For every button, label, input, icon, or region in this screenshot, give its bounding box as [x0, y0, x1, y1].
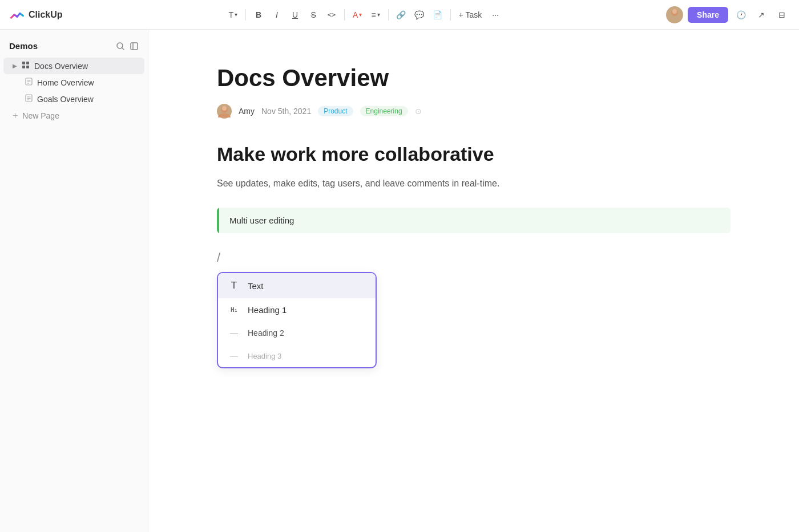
toolbar-formatting: T ▾ B I U S <> A ▾ ≡ ▾ 🔗 💬 📄 + Task ··· [225, 7, 503, 23]
main-layout: Demos ▶ [0, 30, 799, 532]
avatar [666, 6, 683, 23]
tag-engineering[interactable]: Engineering [360, 106, 408, 116]
doc-icon [25, 94, 33, 104]
svg-rect-10 [26, 66, 29, 68]
doc-icon [25, 78, 33, 87]
new-page-button[interactable]: + New Page [3, 107, 144, 124]
dropdown-item-heading2[interactable]: — Heading 2 [218, 322, 376, 344]
document-meta: Amy Nov 5th, 2021 Product Engineering ⊙ [217, 104, 731, 119]
slash-command[interactable]: / [217, 250, 731, 265]
strikethrough-button[interactable]: S [305, 7, 321, 23]
document-heading: Make work more collaborative [217, 141, 731, 166]
add-task-button[interactable]: + Task [455, 7, 486, 23]
sidebar-title: Demos [9, 41, 38, 51]
svg-rect-9 [22, 66, 25, 68]
layout-button[interactable]: ⊟ [774, 7, 790, 23]
heading3-icon: — [228, 351, 240, 360]
svg-point-20 [222, 106, 227, 111]
search-button[interactable] [116, 42, 125, 51]
new-page-label: New Page [22, 111, 59, 120]
author-avatar [217, 104, 232, 119]
collapse-sidebar-button[interactable] [130, 42, 139, 51]
svg-rect-5 [131, 43, 138, 50]
author-name: Amy [239, 107, 255, 116]
dropdown-item-label-text: Text [248, 281, 365, 291]
toolbar-logo-area: ClickUp [9, 7, 63, 23]
search-icon [116, 42, 125, 51]
content-area: Docs Overview Amy Nov 5th, 2021 Product … [148, 30, 799, 532]
text-format-button[interactable]: T ▾ [225, 7, 241, 23]
align-button[interactable]: ≡ ▾ [368, 7, 383, 23]
clickup-logo-icon [9, 7, 25, 23]
svg-rect-7 [22, 62, 25, 64]
divider [245, 9, 246, 21]
tag-settings-icon: ⊙ [415, 107, 422, 116]
link-button[interactable]: 🔗 [393, 7, 409, 23]
plus-icon: + [13, 111, 18, 121]
logo-text: ClickUp [29, 10, 63, 20]
share-button[interactable]: Share [688, 7, 728, 23]
logo: ClickUp [9, 7, 63, 23]
block-type-dropdown: T Text H₁ Heading 1 — Heading 2 — Headin… [217, 272, 377, 368]
avatar-image [666, 6, 683, 23]
svg-point-2 [672, 9, 677, 14]
divider [344, 9, 345, 21]
svg-rect-8 [26, 62, 29, 64]
font-color-button[interactable]: A ▾ [349, 7, 365, 23]
sidebar-item-home-overview[interactable]: Home Overview [3, 74, 144, 91]
sidebar-toggle-icon [130, 42, 139, 51]
toolbar-actions: Share 🕐 ↗ ⊟ [666, 6, 790, 23]
doc-button[interactable]: 📄 [430, 7, 446, 23]
dropdown-item-label-heading1: Heading 1 [248, 305, 365, 315]
history-button[interactable]: 🕐 [733, 7, 749, 23]
dropdown-item-heading1[interactable]: H₁ Heading 1 [218, 298, 376, 322]
sidebar-item-label: Home Overview [37, 78, 135, 87]
dropdown-item-label-heading2: Heading 2 [248, 328, 365, 338]
dropdown-item-heading3[interactable]: — Heading 3 [218, 344, 376, 367]
comment-button[interactable]: 💬 [411, 7, 427, 23]
sidebar: Demos ▶ [0, 30, 148, 532]
bold-button[interactable]: B [251, 7, 267, 23]
underline-button[interactable]: U [287, 7, 303, 23]
divider [388, 9, 389, 21]
italic-button[interactable]: I [269, 7, 285, 23]
sidebar-item-goals-overview[interactable]: Goals Overview [3, 91, 144, 107]
heading1-icon: H₁ [228, 306, 240, 314]
sidebar-header: Demos [0, 36, 148, 58]
tag-product[interactable]: Product [318, 106, 353, 116]
divider [450, 9, 451, 21]
sidebar-item-docs-overview[interactable]: ▶ Docs Overview [3, 58, 144, 74]
document-subtitle: See updates, make edits, tag users, and … [217, 176, 731, 191]
sidebar-icon-group [116, 42, 139, 51]
svg-line-4 [122, 48, 124, 50]
document-title: Docs Overview [217, 64, 731, 92]
sidebar-item-label: Docs Overview [34, 62, 135, 71]
text-type-icon: T [228, 280, 240, 291]
document-date: Nov 5th, 2021 [261, 107, 311, 116]
export-button[interactable]: ↗ [753, 7, 769, 23]
more-button[interactable]: ··· [487, 7, 503, 23]
heading2-icon: — [228, 328, 240, 338]
dropdown-item-label-heading3: Heading 3 [248, 352, 365, 360]
grid-icon [22, 61, 30, 71]
chevron-right-icon: ▶ [13, 63, 17, 69]
sidebar-item-label: Goals Overview [37, 95, 135, 104]
blockquote: Multi user editing [217, 208, 731, 233]
toolbar: ClickUp T ▾ B I U S <> A ▾ ≡ ▾ 🔗 💬 📄 + T… [0, 0, 799, 30]
dropdown-item-text[interactable]: T Text [218, 273, 376, 298]
code-button[interactable]: <> [324, 7, 340, 23]
blockquote-text: Multi user editing [219, 208, 304, 233]
